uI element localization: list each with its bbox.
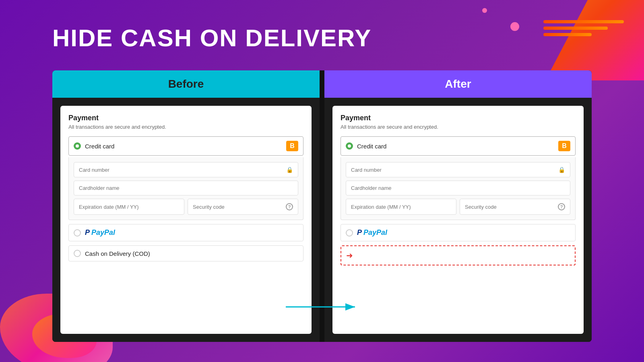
before-security-question-icon: ? <box>286 203 293 210</box>
decorative-dot-1 <box>510 22 519 31</box>
before-cod-radio[interactable] <box>74 250 81 257</box>
center-divider <box>320 70 324 342</box>
page-title: HIDE CASH ON DELIVERY <box>52 24 372 52</box>
after-paypal-option[interactable]: P PayPal <box>341 224 576 241</box>
before-card-fields: 🔒 <box>68 157 303 220</box>
after-security-field[interactable]: ? <box>460 199 570 215</box>
after-paypal-p-icon: P <box>357 228 362 237</box>
arrow-right-icon: ➜ <box>346 251 353 260</box>
after-payment-box: Payment All transactions are secure and … <box>332 106 584 334</box>
paypal-text: PayPal <box>91 228 115 237</box>
before-credit-card-label: Credit card <box>85 143 286 150</box>
decorative-dot-2 <box>482 8 487 13</box>
after-card-fields: 🔒 <box>341 157 576 220</box>
after-card-number-input[interactable] <box>351 167 556 173</box>
speed-line-2 <box>543 27 608 30</box>
after-cod-hidden-box: ➜ <box>341 245 576 265</box>
before-credit-card-radio[interactable] <box>74 142 81 150</box>
before-card-number-input[interactable] <box>79 167 284 173</box>
before-lock-icon: 🔒 <box>286 167 293 173</box>
after-security-input[interactable] <box>465 204 555 210</box>
before-cardholder-field[interactable] <box>74 181 298 195</box>
before-cardholder-input[interactable] <box>79 185 293 191</box>
before-expiry-field[interactable] <box>74 199 184 215</box>
before-payment-subtitle: All transactions are secure and encrypte… <box>68 124 303 130</box>
before-label: Before <box>168 78 204 90</box>
before-security-field[interactable]: ? <box>188 199 298 215</box>
speed-line-3 <box>543 33 592 36</box>
paypal-p-icon: P <box>85 228 90 237</box>
before-card-number-field[interactable]: 🔒 <box>74 162 298 177</box>
after-security-question-icon: ? <box>558 203 565 210</box>
after-payment-subtitle: All transactions are secure and encrypte… <box>341 124 576 130</box>
before-paypal-option[interactable]: P PayPal <box>68 224 303 241</box>
before-cod-option[interactable]: Cash on Delivery (COD) <box>68 245 303 261</box>
after-cardholder-input[interactable] <box>351 185 565 191</box>
after-credit-card-radio[interactable] <box>346 142 353 150</box>
after-credit-card-option[interactable]: Credit card B <box>341 136 576 156</box>
after-expiry-security-row: ? <box>346 199 570 215</box>
before-cardholder-row <box>74 181 298 195</box>
after-paypal-text: PayPal <box>363 228 387 237</box>
before-panel: Before Payment All transactions are secu… <box>52 70 320 342</box>
after-cardholder-field[interactable] <box>346 181 570 195</box>
after-lock-icon: 🔒 <box>558 167 565 173</box>
before-expiry-security-row: ? <box>74 199 298 215</box>
after-expiry-input[interactable] <box>351 204 451 210</box>
before-credit-card-option[interactable]: Credit card B <box>68 136 303 156</box>
after-label: After <box>445 78 471 90</box>
before-cod-label: Cash on Delivery (COD) <box>85 250 298 257</box>
comparison-container: Before Payment All transactions are secu… <box>52 70 592 342</box>
after-card-number-field[interactable]: 🔒 <box>346 162 570 177</box>
after-cardholder-row <box>346 181 570 195</box>
before-card-number-row: 🔒 <box>74 162 298 177</box>
before-expiry-input[interactable] <box>79 204 179 210</box>
after-paypal-radio[interactable] <box>346 229 353 237</box>
after-panel: After Payment All transactions are secur… <box>324 70 592 342</box>
before-payment-title: Payment <box>68 114 303 122</box>
after-body: Payment All transactions are secure and … <box>324 98 592 342</box>
after-badge-b: B <box>558 141 570 151</box>
after-paypal-logo: P PayPal <box>357 228 387 237</box>
speed-line-1 <box>543 20 624 23</box>
panels-outer: Before Payment All transactions are secu… <box>52 70 592 342</box>
before-body: Payment All transactions are secure and … <box>52 98 320 342</box>
after-expiry-field[interactable] <box>346 199 456 215</box>
before-payment-box: Payment All transactions are secure and … <box>60 106 312 334</box>
before-header: Before <box>52 70 320 98</box>
speed-lines <box>543 20 624 36</box>
before-paypal-logo: P PayPal <box>85 228 115 237</box>
after-payment-title: Payment <box>341 114 576 122</box>
after-card-number-row: 🔒 <box>346 162 570 177</box>
before-paypal-radio[interactable] <box>74 229 81 237</box>
after-credit-card-label: Credit card <box>357 143 558 150</box>
top-right-blob <box>503 0 644 80</box>
before-badge-b: B <box>286 141 298 151</box>
after-header: After <box>324 70 592 98</box>
before-security-input[interactable] <box>193 204 283 210</box>
